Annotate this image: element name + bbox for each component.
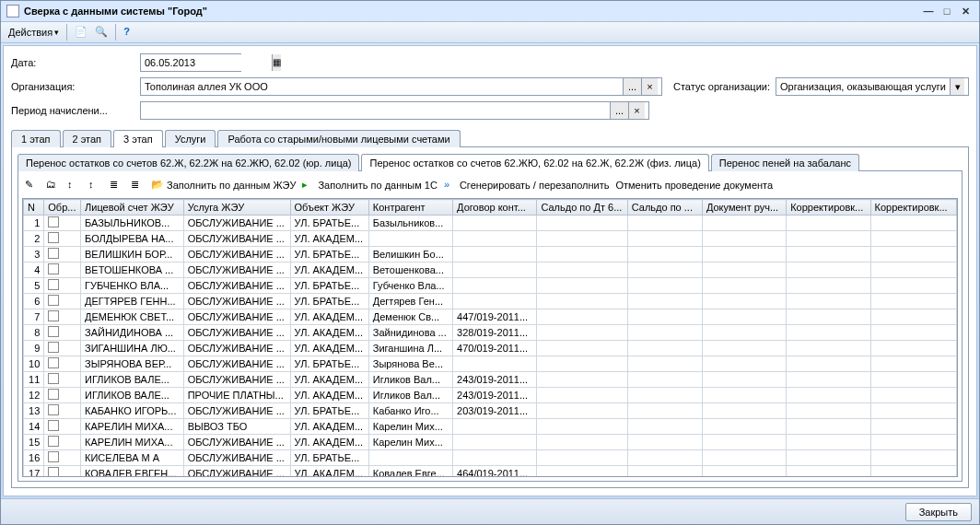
cell[interactable] — [870, 435, 956, 450]
period-input[interactable]: ... × — [140, 101, 649, 120]
cell[interactable] — [44, 278, 81, 294]
period-select-button[interactable]: ... — [610, 102, 628, 119]
column-header[interactable]: N — [24, 200, 44, 216]
cell[interactable]: ИГЛИКОВ ВАЛЕ... — [81, 388, 184, 403]
checkbox[interactable] — [48, 279, 59, 290]
cell[interactable] — [537, 309, 627, 325]
cell[interactable] — [627, 341, 702, 356]
cell[interactable] — [870, 262, 956, 278]
cell[interactable]: 16 — [24, 450, 44, 466]
table-row[interactable]: 3ВЕЛИШКИН БОР...ОБСЛУЖИВАНИЕ ...УЛ. БРАТ… — [24, 247, 957, 262]
cell[interactable]: УЛ. АКАДЕМ... — [290, 372, 368, 388]
cell[interactable] — [44, 403, 81, 419]
cell[interactable] — [537, 325, 627, 341]
dropdown-icon[interactable]: ▾ — [950, 78, 964, 95]
table-row[interactable]: 1БАЗЫЛЬНИКОВ...ОБСЛУЖИВАНИЕ ...УЛ. БРАТЬ… — [24, 216, 957, 231]
table-row[interactable]: 10ЗЫРЯНОВА ВЕР...ОБСЛУЖИВАНИЕ ...УЛ. БРА… — [24, 356, 957, 372]
checkbox[interactable] — [48, 467, 59, 477]
table-row[interactable]: 13КАБАНКО ИГОРЬ...ОБСЛУЖИВАНИЕ ...УЛ. БР… — [24, 403, 957, 419]
checkbox[interactable] — [48, 342, 59, 353]
cell[interactable]: УЛ. АКАДЕМ... — [290, 325, 368, 341]
actions-menu[interactable]: Действия ▾ — [5, 23, 63, 41]
table-row[interactable]: 4ВЕТОШЕНКОВА ...ОБСЛУЖИВАНИЕ ...УЛ. АКАД… — [24, 262, 957, 278]
cell[interactable] — [537, 356, 627, 372]
cell[interactable]: ВЕЛИШКИН БОР... — [81, 247, 184, 262]
cell[interactable] — [627, 325, 702, 341]
period-field[interactable] — [145, 102, 610, 119]
cell[interactable] — [702, 356, 786, 372]
cell[interactable]: ГУБЧЕНКО ВЛА... — [81, 278, 184, 294]
cell[interactable] — [44, 231, 81, 247]
column-header[interactable]: Договор конт... — [453, 200, 537, 216]
cell[interactable] — [453, 216, 537, 231]
cell[interactable]: 3 — [24, 247, 44, 262]
grid-btn-3[interactable]: ↕ — [64, 177, 83, 193]
cell[interactable]: 243/019-2011... — [453, 388, 537, 403]
cell[interactable] — [627, 450, 702, 466]
cell[interactable] — [702, 419, 786, 435]
tab-inner-3[interactable]: Перенос пеней на забаланс — [711, 154, 859, 171]
cell[interactable] — [870, 388, 956, 403]
cell[interactable] — [870, 216, 956, 231]
maximize-button[interactable]: □ — [939, 4, 955, 18]
table-row[interactable]: 17КОВАЛЕВ ЕВГЕН...ОБСЛУЖИВАНИЕ ...УЛ. АК… — [24, 466, 957, 478]
cell[interactable] — [44, 372, 81, 388]
cell[interactable]: 8 — [24, 325, 44, 341]
checkbox[interactable] — [48, 357, 59, 368]
checkbox[interactable] — [48, 232, 59, 243]
cell[interactable] — [787, 247, 870, 262]
cell[interactable] — [702, 466, 786, 478]
cell[interactable] — [453, 278, 537, 294]
cell[interactable] — [44, 388, 81, 403]
cell[interactable] — [453, 262, 537, 278]
cell[interactable]: ДЕМЕНЮК СВЕТ... — [81, 309, 184, 325]
cell[interactable] — [702, 216, 786, 231]
tab-stage-3[interactable]: 3 этап — [113, 130, 163, 147]
cell[interactable] — [537, 262, 627, 278]
cell[interactable] — [537, 341, 627, 356]
close-window-button[interactable]: ✕ — [957, 4, 974, 18]
cell[interactable] — [787, 262, 870, 278]
cell[interactable] — [702, 278, 786, 294]
cell[interactable]: Ветошенкова... — [368, 262, 452, 278]
cell[interactable] — [44, 216, 81, 231]
cell[interactable]: ИГЛИКОВ ВАЛЕ... — [81, 372, 184, 388]
cell[interactable]: 1 — [24, 216, 44, 231]
cell[interactable]: 15 — [24, 435, 44, 450]
cell[interactable]: 13 — [24, 403, 44, 419]
cell[interactable]: УЛ. БРАТЬЕ... — [290, 247, 368, 262]
cell[interactable]: 5 — [24, 278, 44, 294]
cell[interactable]: УЛ. БРАТЬЕ... — [290, 294, 368, 309]
cell[interactable]: УЛ. АКАДЕМ... — [290, 466, 368, 478]
column-header[interactable]: Сальдо по ... — [627, 200, 702, 216]
cell[interactable]: Ковалев Евге... — [368, 466, 452, 478]
cell[interactable] — [870, 341, 956, 356]
cell[interactable]: УЛ. БРАТЬЕ... — [290, 450, 368, 466]
grid[interactable]: NОбр...Лицевой счет ЖЭУУслуга ЖЭУОбъект … — [22, 198, 958, 477]
cell[interactable] — [870, 466, 956, 478]
cell[interactable] — [627, 216, 702, 231]
cell[interactable]: ОБСЛУЖИВАНИЕ ... — [183, 372, 290, 388]
cell[interactable]: 203/019-2011... — [453, 403, 537, 419]
cell[interactable]: Деменюк Св... — [368, 309, 452, 325]
cell[interactable]: ПРОЧИЕ ПЛАТНЫ... — [183, 388, 290, 403]
cell[interactable]: 11 — [24, 372, 44, 388]
cell[interactable] — [44, 294, 81, 309]
org-input[interactable]: ... × — [140, 77, 662, 96]
cell[interactable]: 17 — [24, 466, 44, 478]
cell[interactable]: Игликов Вал... — [368, 372, 452, 388]
cell[interactable] — [787, 231, 870, 247]
cell[interactable] — [870, 403, 956, 419]
cell[interactable]: ВЕТОШЕНКОВА ... — [81, 262, 184, 278]
cell[interactable] — [787, 325, 870, 341]
cell[interactable] — [453, 419, 537, 435]
generate-button[interactable]: » Сгенерировать / перезаполнить — [442, 179, 612, 192]
cell[interactable] — [870, 247, 956, 262]
cell[interactable] — [787, 388, 870, 403]
cell[interactable] — [787, 278, 870, 294]
cell[interactable] — [702, 325, 786, 341]
cell[interactable] — [44, 419, 81, 435]
org-field[interactable] — [145, 78, 623, 95]
cell[interactable]: 7 — [24, 309, 44, 325]
column-header[interactable]: Объект ЖЭУ — [290, 200, 368, 216]
